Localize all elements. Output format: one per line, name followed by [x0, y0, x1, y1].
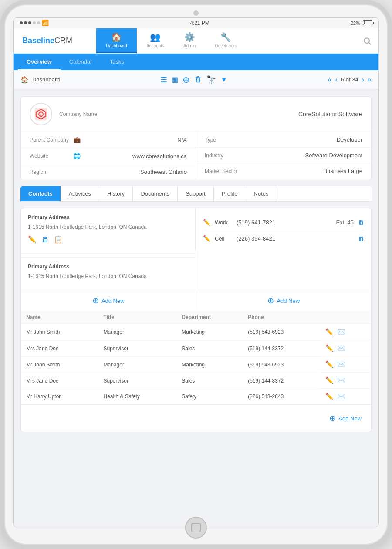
company-fields-left: Parent Company 💼 N/A Website 🌐 www.cores…	[21, 132, 196, 180]
address2-text: 1-1615 North Routledge Park, London, ON …	[28, 272, 189, 280]
work-phone-delete-icon[interactable]: 🗑	[358, 219, 364, 226]
address-delete-icon[interactable]: 🗑	[42, 236, 49, 244]
tab-notes[interactable]: Notes	[246, 186, 277, 201]
company-name-label: Company Name	[59, 111, 291, 117]
status-left: 📶	[20, 20, 49, 26]
last-page-button[interactable]: »	[368, 76, 372, 84]
contact-edit-icon-1[interactable]: ✏️	[325, 344, 334, 352]
battery-bar	[363, 20, 372, 25]
add-new-contact-button[interactable]: ⊕ Add New	[325, 409, 366, 427]
screen: 📶 4:21 PM 22% Baseline CRM 🏠 Dashboard	[13, 17, 379, 527]
add-contact-icon: ⊕	[329, 413, 336, 423]
address-copy-icon[interactable]: 📋	[54, 235, 63, 244]
add-phone-label: Add New	[277, 298, 300, 304]
address2-title: Primary Address	[28, 264, 189, 270]
field-type: Type Developer	[196, 132, 371, 148]
contact-email-icon-4[interactable]: ✉️	[337, 393, 345, 400]
contact-email-icon-0[interactable]: ✉️	[337, 328, 345, 336]
signal-dot-4	[33, 21, 36, 24]
delete-record-icon[interactable]: 🗑	[194, 75, 202, 84]
tab-support[interactable]: Support	[178, 186, 214, 201]
nav-item-accounts[interactable]: 👥 Accounts	[137, 28, 174, 53]
contact-actions-4: ✏️ ✉️	[320, 389, 371, 404]
tab-documents[interactable]: Documents	[133, 186, 178, 201]
dropdown-icon[interactable]: ▼	[220, 76, 227, 84]
contact-dept-2: Marketing	[176, 356, 243, 373]
nav-item-dashboard[interactable]: 🏠 Dashboard	[96, 28, 137, 53]
sub-nav-tasks[interactable]: Tasks	[101, 54, 133, 70]
add-new-phone-button[interactable]: ⊕ Add New	[196, 291, 372, 310]
add-record-icon[interactable]: ⊕	[182, 75, 190, 85]
admin-icon: ⚙️	[184, 32, 195, 42]
field-market-sector: Market Sector Business Large	[196, 163, 371, 179]
contact-edit-icon-4[interactable]: ✏️	[325, 393, 334, 400]
cell-phone-edit-icon[interactable]: ✏️	[203, 235, 210, 242]
cell-phone-type: Cell	[215, 235, 232, 242]
contact-phone-0: (519) 543-6923	[243, 324, 320, 341]
prev-page-button[interactable]: ‹	[335, 76, 338, 84]
search-button[interactable]	[356, 28, 378, 53]
pagination-text: 6 of 34	[341, 76, 358, 83]
search-record-icon[interactable]: 🔭	[206, 75, 216, 85]
accounts-icon: 👥	[150, 32, 161, 42]
add-contact-label: Add New	[338, 415, 362, 422]
sub-nav-overview[interactable]: Overview	[18, 54, 61, 70]
cell-phone-delete-icon[interactable]: 🗑	[358, 235, 364, 242]
sub-nav-calendar[interactable]: Calendar	[61, 54, 101, 70]
address-divider	[21, 253, 196, 254]
tab-profile[interactable]: Profile	[214, 186, 246, 201]
field-website: Website 🌐 www.coresolutions.ca	[21, 148, 196, 164]
industry-label: Industry	[205, 152, 244, 159]
parent-company-icon: 💼	[73, 136, 81, 143]
contact-edit-icon-2[interactable]: ✏️	[325, 360, 334, 368]
nav-item-admin[interactable]: ⚙️ Admin	[174, 28, 205, 53]
cell-phone-number: (226) 394-8421	[237, 235, 354, 242]
field-industry: Industry Software Development	[196, 148, 371, 163]
tablet-home-inner	[191, 523, 201, 532]
breadcrumb-right: « ‹ 6 of 34 › »	[328, 76, 372, 84]
tab-history[interactable]: History	[99, 186, 133, 201]
industry-value: Software Development	[305, 152, 362, 159]
home-icon[interactable]: 🏠	[20, 76, 29, 84]
tab-activities[interactable]: Activities	[61, 186, 99, 201]
col-phone: Phone	[243, 311, 320, 324]
company-name-value: CoreSolutions Software	[298, 111, 362, 118]
contact-email-icon-3[interactable]: ✉️	[337, 376, 345, 384]
contact-dept-1: Sales	[176, 340, 243, 356]
brand-crm: CRM	[54, 36, 72, 45]
first-page-button[interactable]: «	[328, 76, 332, 84]
contact-title-0: Manager	[98, 324, 177, 341]
contact-edit-icon-3[interactable]: ✏️	[325, 376, 334, 384]
table-row: Mr Harry Upton Health & Safety Safety (2…	[21, 389, 371, 404]
contact-dept-3: Sales	[176, 373, 243, 389]
nav-item-developers[interactable]: 🔧 Developers	[205, 28, 247, 53]
list-view-icon[interactable]: ☰	[160, 75, 167, 85]
content-area: Company Name CoreSolutions Software Pare…	[14, 89, 378, 527]
contact-dept-4: Safety	[176, 389, 243, 404]
company-name-section: Company Name	[59, 111, 291, 117]
address-edit-icon[interactable]: ✏️	[28, 235, 37, 244]
contact-email-icon-2[interactable]: ✉️	[337, 360, 345, 368]
add-new-address-button[interactable]: ⊕ Add New	[21, 291, 196, 310]
work-phone-edit-icon[interactable]: ✏️	[203, 219, 210, 226]
table-row: Mr John Smith Manager Marketing (519) 54…	[21, 356, 371, 373]
contact-email-icon-1[interactable]: ✉️	[337, 344, 345, 352]
company-fields-right: Type Developer Industry Software Develop…	[196, 132, 371, 180]
website-label: Website	[30, 153, 69, 159]
market-sector-label: Market Sector	[205, 168, 244, 174]
tablet-home-button[interactable]	[185, 517, 207, 539]
breadcrumb-left: 🏠 Dashboard	[20, 76, 60, 84]
tab-contacts[interactable]: Contacts	[20, 186, 61, 201]
contacts-top: Primary Address 1-1615 North Routledge P…	[21, 208, 371, 291]
contact-edit-icon-0[interactable]: ✏️	[325, 328, 334, 336]
contact-phone-3: (519) 144-8372	[243, 373, 320, 389]
tablet-camera	[193, 10, 199, 16]
tablet-frame: 📶 4:21 PM 22% Baseline CRM 🏠 Dashboard	[0, 0, 392, 549]
top-nav: Baseline CRM 🏠 Dashboard 👥 Accounts ⚙️ A…	[14, 28, 378, 54]
company-card: Company Name CoreSolutions Software Pare…	[20, 96, 372, 180]
next-page-button[interactable]: ›	[362, 76, 364, 84]
grid-view-icon[interactable]: ▦	[172, 75, 178, 84]
contact-title-4: Health & Safety	[98, 389, 177, 404]
contact-actions-2: ✏️ ✉️	[320, 356, 371, 373]
status-right: 22%	[351, 20, 372, 26]
